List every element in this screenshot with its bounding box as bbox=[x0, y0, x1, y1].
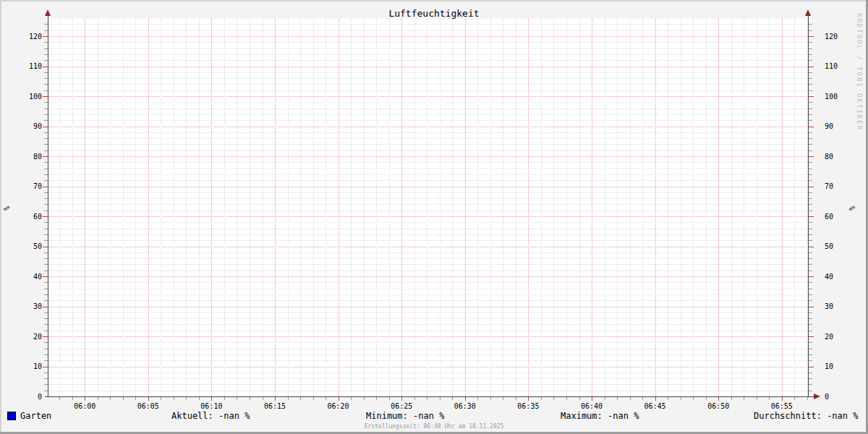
gridline-h-minor bbox=[48, 342, 808, 343]
x-axis-tick-minor bbox=[477, 397, 478, 400]
gridline-h-minor bbox=[48, 120, 808, 121]
y-axis-tick-minor bbox=[44, 354, 48, 355]
y-axis-left bbox=[48, 16, 48, 397]
y-axis-tick-minor bbox=[809, 300, 812, 301]
gridline-v-minor bbox=[794, 19, 795, 396]
gridline-h-major bbox=[48, 127, 808, 127]
y-axis-tick-minor bbox=[44, 360, 48, 361]
y-axis-tick-minor bbox=[809, 258, 812, 259]
gridline-h-minor bbox=[48, 72, 808, 73]
y-axis-tick-major bbox=[809, 187, 814, 187]
rrdtool-graph: Luftfeuchtigkeit % % RRDTOOL / TOBI OETI… bbox=[0, 0, 868, 434]
y-axis-tick-minor bbox=[44, 234, 48, 235]
x-axis-tick-minor bbox=[566, 397, 567, 400]
y-axis-tick-label-right: 0 bbox=[825, 392, 854, 401]
gridline-v-major bbox=[148, 19, 149, 396]
gridline-v-minor bbox=[174, 19, 174, 396]
gridline-v-minor bbox=[364, 19, 365, 396]
gridline-h-minor bbox=[48, 271, 808, 271]
x-axis-tick-minor bbox=[427, 397, 427, 400]
y-axis-tick-minor bbox=[44, 210, 48, 211]
y-axis-tick-minor bbox=[44, 271, 48, 271]
y-axis-tick-minor bbox=[44, 192, 48, 193]
y-axis-tick-major bbox=[809, 276, 814, 277]
gridline-v-minor bbox=[376, 19, 377, 396]
x-axis-tick-label: 06:05 bbox=[127, 401, 169, 411]
x-axis-tick-minor bbox=[553, 397, 554, 400]
y-axis-tick-minor bbox=[809, 102, 812, 103]
x-axis-tick-minor bbox=[123, 397, 124, 400]
border-left bbox=[0, 0, 1, 434]
x-axis-tick-minor bbox=[59, 397, 60, 400]
y-axis-tick-label-right: 30 bbox=[825, 302, 854, 311]
x-axis-tick-label: 06:35 bbox=[507, 401, 549, 411]
gridline-v-minor bbox=[516, 19, 516, 396]
y-axis-tick-minor bbox=[809, 138, 812, 139]
gridline-v-minor bbox=[744, 19, 744, 396]
x-axis-tick-major bbox=[275, 397, 276, 401]
y-axis-tick-minor bbox=[809, 180, 812, 181]
x-axis-tick-minor bbox=[706, 397, 707, 400]
x-axis-tick-minor bbox=[807, 397, 808, 400]
y-axis-tick-label-right: 100 bbox=[825, 92, 854, 101]
y-axis-tick-minor bbox=[44, 349, 48, 349]
x-axis-tick-major bbox=[655, 397, 656, 401]
x-axis-tick-major bbox=[592, 397, 592, 401]
gridline-v-minor bbox=[250, 19, 250, 396]
y-axis-tick-minor bbox=[44, 342, 48, 343]
y-axis-tick-minor bbox=[809, 264, 812, 265]
gridline-v-minor bbox=[566, 19, 567, 396]
y-axis-tick-label-left: 100 bbox=[17, 92, 42, 101]
gridline-h-minor bbox=[48, 109, 808, 109]
gridline-h-minor bbox=[48, 174, 808, 175]
gridline-h-minor bbox=[48, 54, 808, 55]
y-axis-tick-major bbox=[809, 367, 814, 367]
x-axis-tick-minor bbox=[389, 397, 390, 400]
y-axis-tick-minor bbox=[44, 258, 48, 259]
gridline-h-minor bbox=[48, 378, 808, 379]
y-axis-tick-minor bbox=[44, 54, 48, 55]
y-axis-tick-label-left: 50 bbox=[17, 242, 42, 251]
x-axis-tick-minor bbox=[490, 397, 491, 400]
gridline-h-major bbox=[48, 336, 808, 337]
gridline-h-major bbox=[48, 96, 808, 97]
legend-color-swatch bbox=[7, 412, 16, 420]
y-axis-tick-minor bbox=[809, 174, 812, 175]
gridline-v-minor bbox=[769, 19, 770, 396]
y-axis-tick-minor bbox=[44, 90, 48, 91]
y-axis-tick-major bbox=[809, 307, 814, 307]
x-axis-tick-major bbox=[148, 397, 149, 401]
gridline-h-minor bbox=[48, 192, 808, 193]
y-axis-tick-minor bbox=[44, 120, 48, 121]
x-axis-tick-label: 06:20 bbox=[318, 401, 359, 411]
y-axis-tick-major bbox=[43, 367, 48, 367]
x-axis-tick-minor bbox=[681, 397, 681, 400]
plot-area bbox=[48, 19, 808, 396]
gridline-v-major bbox=[592, 19, 592, 396]
y-axis-tick-minor bbox=[809, 354, 812, 355]
gridline-v-minor bbox=[605, 19, 605, 396]
y-axis-tick-minor bbox=[809, 349, 812, 349]
x-axis-tick-major bbox=[528, 397, 529, 401]
gridline-v-minor bbox=[440, 19, 441, 396]
x-axis-tick-minor bbox=[186, 397, 187, 400]
chart-title: Luftfeuchtigkeit bbox=[0, 8, 868, 19]
gridline-v-minor bbox=[706, 19, 707, 396]
y-axis-tick-minor bbox=[809, 144, 812, 145]
y-axis-tick-minor bbox=[809, 384, 812, 385]
gridline-v-minor bbox=[642, 19, 643, 396]
y-axis-tick-minor bbox=[809, 204, 812, 205]
gridline-v-minor bbox=[110, 19, 111, 396]
y-axis-tick-major bbox=[43, 276, 48, 277]
y-axis-tick-major bbox=[809, 36, 814, 37]
gridline-h-minor bbox=[48, 144, 808, 145]
y-axis-tick-label-left: 60 bbox=[17, 212, 42, 221]
x-axis-tick-minor bbox=[579, 397, 580, 400]
gridline-h-minor bbox=[48, 30, 808, 31]
x-axis-tick-minor bbox=[617, 397, 618, 400]
gridline-h-minor bbox=[48, 349, 808, 349]
gridline-h-minor bbox=[48, 84, 808, 85]
gridline-v-minor bbox=[579, 19, 580, 396]
x-axis-tick-label: 06:10 bbox=[190, 401, 232, 411]
x-axis-tick-major bbox=[465, 397, 466, 401]
